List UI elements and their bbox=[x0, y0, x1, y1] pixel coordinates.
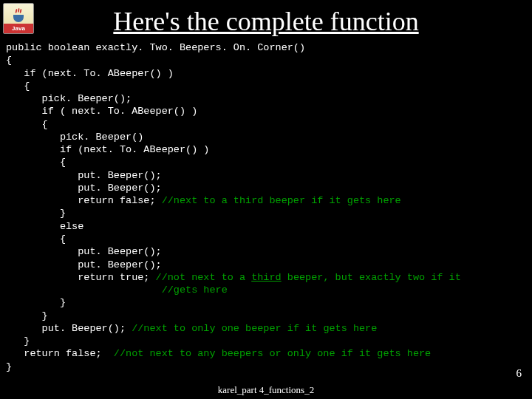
code-line: { bbox=[6, 157, 66, 168]
code-line: put. Beeper(); bbox=[6, 183, 162, 194]
code-line: put. Beeper(); bbox=[6, 246, 162, 257]
code-line: put. Beeper(); bbox=[6, 170, 162, 181]
code-comment: //not next to a third beeper, but exactl… bbox=[156, 272, 461, 283]
code-line: else bbox=[6, 221, 83, 232]
code-line: } bbox=[6, 208, 66, 219]
java-logo-text: Java bbox=[4, 24, 33, 33]
java-logo-icon: Java bbox=[3, 3, 34, 34]
underlined-word: third bbox=[251, 272, 282, 283]
code-line: pick. Beeper() bbox=[6, 132, 143, 143]
code-line: { bbox=[6, 81, 30, 92]
slide-title: Here's the complete function bbox=[0, 0, 532, 41]
code-line: } bbox=[6, 335, 30, 347]
code-line: if ( next. To. ABeeper() ) bbox=[6, 106, 197, 117]
code-line: return true; bbox=[6, 272, 156, 283]
code-line: if (next. To. ABeeper() ) bbox=[6, 144, 209, 155]
code-line: return false; bbox=[6, 195, 162, 206]
slide-footer: karel_part 4_functions_2 bbox=[0, 384, 532, 396]
code-line: } bbox=[6, 297, 66, 308]
code-line: } bbox=[6, 310, 48, 321]
code-line: if (next. To. ABeeper() ) bbox=[6, 68, 174, 79]
code-line: { bbox=[6, 119, 48, 130]
code-line: put. Beeper(); bbox=[6, 259, 162, 270]
code-comment: //next to a third beeper if it gets here bbox=[162, 195, 401, 206]
code-line: public boolean exactly. Two. Beepers. On… bbox=[6, 42, 305, 53]
java-cup-icon bbox=[13, 15, 24, 22]
code-line: } bbox=[6, 361, 12, 372]
code-line: { bbox=[6, 233, 66, 245]
code-line: return false; bbox=[6, 348, 114, 359]
code-line: { bbox=[6, 55, 12, 66]
code-comment: //gets here bbox=[6, 284, 228, 296]
code-comment: //next to only one beeper if it gets her… bbox=[132, 323, 377, 334]
code-line: pick. Beeper(); bbox=[6, 93, 132, 104]
slide-number: 6 bbox=[516, 367, 522, 380]
code-block: public boolean exactly. Two. Beepers. On… bbox=[0, 41, 532, 373]
code-line: put. Beeper(); bbox=[6, 323, 132, 334]
code-comment: //not next to any beepers or only one if… bbox=[114, 348, 431, 359]
